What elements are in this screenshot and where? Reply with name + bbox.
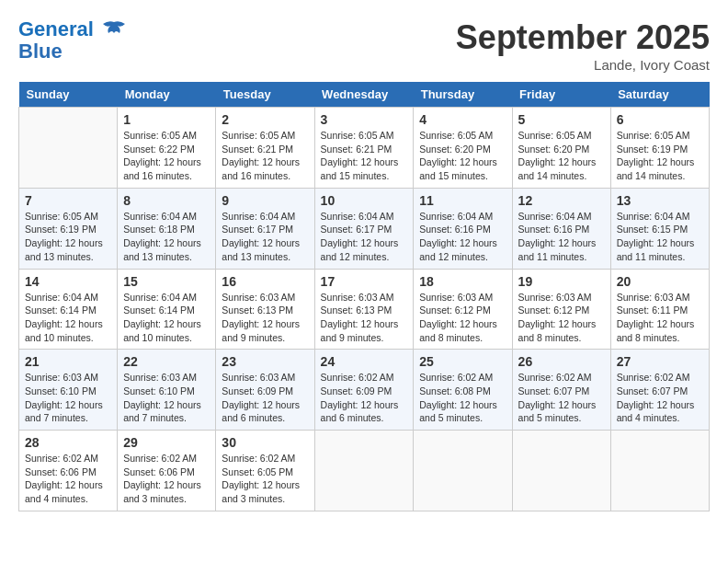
day-info: Sunrise: 6:04 AM Sunset: 6:17 PM Dayligh…	[222, 210, 308, 264]
sunset-label: Sunset: 6:19 PM	[25, 224, 97, 235]
calendar-week-row: 14 Sunrise: 6:04 AM Sunset: 6:14 PM Dayl…	[19, 269, 710, 350]
sunset-label: Sunset: 6:09 PM	[222, 385, 293, 396]
daylight-label: Daylight: 12 hours and 3 minutes.	[222, 479, 300, 504]
sunset-label: Sunset: 6:11 PM	[617, 304, 688, 316]
day-number: 10	[321, 193, 408, 208]
sunrise-label: Sunrise: 6:02 AM	[419, 372, 493, 383]
calendar-week-row: 7 Sunrise: 6:05 AM Sunset: 6:19 PM Dayli…	[19, 188, 710, 269]
daylight-label: Daylight: 12 hours and 14 minutes.	[617, 156, 695, 181]
day-info: Sunrise: 6:02 AM Sunset: 6:05 PM Dayligh…	[222, 452, 308, 506]
calendar-cell: 2 Sunrise: 6:05 AM Sunset: 6:21 PM Dayli…	[216, 108, 314, 189]
calendar-week-row: 28 Sunrise: 6:02 AM Sunset: 6:06 PM Dayl…	[19, 431, 710, 511]
sunrise-label: Sunrise: 6:02 AM	[123, 453, 197, 464]
day-info: Sunrise: 6:02 AM Sunset: 6:06 PM Dayligh…	[123, 452, 210, 506]
day-info: Sunrise: 6:02 AM Sunset: 6:09 PM Dayligh…	[321, 371, 408, 425]
day-number: 8	[123, 193, 210, 208]
location-subtitle: Lande, Ivory Coast	[456, 57, 710, 73]
daylight-label: Daylight: 12 hours and 4 minutes.	[617, 399, 695, 424]
day-info: Sunrise: 6:05 AM Sunset: 6:22 PM Dayligh…	[123, 129, 210, 183]
day-number: 1	[123, 112, 210, 127]
calendar-cell: 8 Sunrise: 6:04 AM Sunset: 6:18 PM Dayli…	[118, 188, 216, 269]
day-number: 7	[25, 193, 111, 208]
calendar-header-row: SundayMondayTuesdayWednesdayThursdayFrid…	[19, 82, 710, 108]
sunrise-label: Sunrise: 6:05 AM	[123, 130, 197, 141]
day-number: 12	[518, 193, 605, 208]
page-header: General Blue September 2025 Lande, Ivory…	[18, 18, 710, 73]
daylight-label: Daylight: 12 hours and 3 minutes.	[123, 479, 201, 504]
daylight-label: Daylight: 12 hours and 7 minutes.	[123, 399, 201, 424]
sunrise-label: Sunrise: 6:02 AM	[222, 453, 295, 464]
day-info: Sunrise: 6:04 AM Sunset: 6:17 PM Dayligh…	[321, 210, 408, 264]
calendar-cell: 25 Sunrise: 6:02 AM Sunset: 6:08 PM Dayl…	[414, 350, 512, 431]
daylight-label: Daylight: 12 hours and 5 minutes.	[419, 399, 497, 424]
logo-general: General	[18, 17, 94, 40]
daylight-label: Daylight: 12 hours and 16 minutes.	[222, 156, 300, 181]
daylight-label: Daylight: 12 hours and 13 minutes.	[25, 237, 103, 262]
logo: General Blue	[18, 18, 127, 63]
day-number: 27	[617, 354, 703, 369]
day-number: 5	[518, 112, 605, 127]
sunset-label: Sunset: 6:05 PM	[222, 466, 293, 477]
sunset-label: Sunset: 6:12 PM	[518, 304, 590, 316]
sunrise-label: Sunrise: 6:04 AM	[617, 211, 690, 222]
calendar-cell: 3 Sunrise: 6:05 AM Sunset: 6:21 PM Dayli…	[314, 108, 414, 189]
calendar-cell: 1 Sunrise: 6:05 AM Sunset: 6:22 PM Dayli…	[118, 108, 216, 189]
sunrise-label: Sunrise: 6:02 AM	[321, 372, 394, 383]
sunrise-label: Sunrise: 6:03 AM	[222, 372, 295, 383]
day-info: Sunrise: 6:04 AM Sunset: 6:15 PM Dayligh…	[617, 210, 703, 264]
day-number: 4	[419, 112, 506, 127]
calendar-cell: 4 Sunrise: 6:05 AM Sunset: 6:20 PM Dayli…	[414, 108, 512, 189]
column-header-sunday: Sunday	[19, 82, 118, 108]
calendar-table: SundayMondayTuesdayWednesdayThursdayFrid…	[18, 82, 710, 511]
day-info: Sunrise: 6:04 AM Sunset: 6:14 PM Dayligh…	[123, 291, 210, 345]
sunset-label: Sunset: 6:17 PM	[321, 224, 392, 235]
day-number: 3	[321, 112, 408, 127]
calendar-cell: 28 Sunrise: 6:02 AM Sunset: 6:06 PM Dayl…	[19, 431, 118, 511]
day-number: 6	[617, 112, 703, 127]
day-number: 23	[222, 354, 308, 369]
calendar-cell: 16 Sunrise: 6:03 AM Sunset: 6:13 PM Dayl…	[216, 269, 314, 350]
sunset-label: Sunset: 6:20 PM	[518, 144, 590, 155]
day-number: 11	[419, 193, 506, 208]
sunset-label: Sunset: 6:13 PM	[222, 304, 293, 316]
daylight-label: Daylight: 12 hours and 8 minutes.	[617, 318, 695, 343]
day-info: Sunrise: 6:03 AM Sunset: 6:12 PM Dayligh…	[518, 291, 605, 345]
daylight-label: Daylight: 12 hours and 6 minutes.	[222, 399, 300, 424]
day-info: Sunrise: 6:05 AM Sunset: 6:19 PM Dayligh…	[617, 129, 703, 183]
daylight-label: Daylight: 12 hours and 12 minutes.	[321, 237, 399, 262]
column-header-monday: Monday	[118, 82, 216, 108]
column-header-wednesday: Wednesday	[314, 82, 414, 108]
day-number: 24	[321, 354, 408, 369]
day-number: 20	[617, 274, 703, 289]
sunrise-label: Sunrise: 6:03 AM	[25, 372, 98, 383]
day-info: Sunrise: 6:03 AM Sunset: 6:13 PM Dayligh…	[222, 291, 308, 345]
daylight-label: Daylight: 12 hours and 11 minutes.	[617, 237, 695, 262]
sunrise-label: Sunrise: 6:02 AM	[617, 372, 690, 383]
day-info: Sunrise: 6:02 AM Sunset: 6:08 PM Dayligh…	[419, 371, 506, 425]
day-number: 18	[419, 274, 506, 289]
calendar-cell	[314, 431, 414, 511]
day-info: Sunrise: 6:03 AM Sunset: 6:13 PM Dayligh…	[321, 291, 408, 345]
sunrise-label: Sunrise: 6:05 AM	[518, 130, 592, 141]
day-info: Sunrise: 6:05 AM Sunset: 6:21 PM Dayligh…	[321, 129, 408, 183]
calendar-cell: 29 Sunrise: 6:02 AM Sunset: 6:06 PM Dayl…	[118, 431, 216, 511]
daylight-label: Daylight: 12 hours and 10 minutes.	[123, 318, 201, 343]
sunrise-label: Sunrise: 6:04 AM	[123, 211, 197, 222]
calendar-cell: 17 Sunrise: 6:03 AM Sunset: 6:13 PM Dayl…	[314, 269, 414, 350]
daylight-label: Daylight: 12 hours and 14 minutes.	[518, 156, 597, 181]
daylight-label: Daylight: 12 hours and 7 minutes.	[25, 399, 103, 424]
day-number: 15	[123, 274, 210, 289]
sunrise-label: Sunrise: 6:03 AM	[617, 292, 690, 303]
calendar-week-row: 1 Sunrise: 6:05 AM Sunset: 6:22 PM Dayli…	[19, 108, 710, 189]
sunrise-label: Sunrise: 6:04 AM	[123, 292, 197, 303]
day-info: Sunrise: 6:03 AM Sunset: 6:10 PM Dayligh…	[25, 371, 111, 425]
calendar-cell: 30 Sunrise: 6:02 AM Sunset: 6:05 PM Dayl…	[216, 431, 314, 511]
sunset-label: Sunset: 6:22 PM	[123, 144, 195, 155]
title-area: September 2025 Lande, Ivory Coast	[456, 18, 710, 73]
daylight-label: Daylight: 12 hours and 13 minutes.	[123, 237, 201, 262]
calendar-cell: 26 Sunrise: 6:02 AM Sunset: 6:07 PM Dayl…	[512, 350, 610, 431]
sunrise-label: Sunrise: 6:04 AM	[222, 211, 295, 222]
daylight-label: Daylight: 12 hours and 10 minutes.	[25, 318, 103, 343]
calendar-cell: 6 Sunrise: 6:05 AM Sunset: 6:19 PM Dayli…	[610, 108, 709, 189]
calendar-cell: 10 Sunrise: 6:04 AM Sunset: 6:17 PM Dayl…	[314, 188, 414, 269]
